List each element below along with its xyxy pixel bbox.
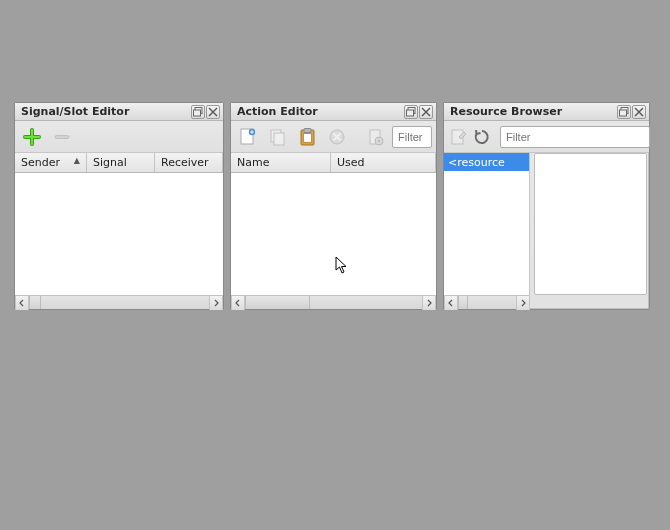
column-name[interactable]: Name <box>231 153 331 172</box>
resource-root-item[interactable]: <resource <box>444 153 529 171</box>
restore-window-icon[interactable] <box>191 105 205 119</box>
new-action-icon <box>238 127 258 147</box>
close-window-icon[interactable] <box>206 105 220 119</box>
column-used[interactable]: Used <box>331 153 436 172</box>
copy-button[interactable] <box>265 124 291 150</box>
svg-rect-8 <box>274 133 284 145</box>
action-editor-hscrollbar[interactable] <box>231 295 436 309</box>
close-window-icon[interactable] <box>632 105 646 119</box>
svg-rect-11 <box>303 133 311 142</box>
signal-slot-editor-panel: Signal/Slot Editor Sender ▲ Signal <box>14 102 224 310</box>
action-filter-input[interactable] <box>392 126 432 148</box>
resource-browser-toolbar <box>444 121 649 153</box>
scroll-track[interactable] <box>468 296 516 309</box>
column-sender[interactable]: Sender ▲ <box>15 153 87 172</box>
svg-rect-4 <box>407 110 414 116</box>
paste-icon <box>298 127 318 147</box>
resource-browser-panel: Resource Browser <resource <box>443 102 650 310</box>
resource-preview <box>534 153 647 295</box>
remove-button[interactable] <box>49 124 75 150</box>
svg-rect-17 <box>620 110 627 116</box>
delete-button[interactable] <box>324 124 350 150</box>
configure-icon <box>365 127 385 147</box>
scroll-thumb[interactable] <box>29 296 41 309</box>
close-window-icon[interactable] <box>419 105 433 119</box>
delete-circle-icon <box>327 127 347 147</box>
column-receiver[interactable]: Receiver <box>155 153 223 172</box>
action-editor-columns: Name Used <box>231 153 436 173</box>
signal-slot-editor-titlebar[interactable]: Signal/Slot Editor <box>15 103 223 121</box>
scroll-left-icon[interactable] <box>231 296 245 310</box>
add-button[interactable] <box>19 124 45 150</box>
plus-icon <box>23 128 41 146</box>
scroll-track[interactable] <box>41 296 209 309</box>
signal-slot-hscrollbar[interactable] <box>15 295 223 309</box>
scroll-thumb[interactable] <box>458 296 468 309</box>
reload-icon <box>472 127 492 147</box>
edit-resources-icon <box>448 127 468 147</box>
restore-window-icon[interactable] <box>404 105 418 119</box>
scroll-right-icon[interactable] <box>422 296 436 310</box>
action-editor-panel: Action Editor <box>230 102 437 310</box>
svg-rect-2 <box>55 135 69 138</box>
action-editor-title: Action Editor <box>237 105 403 118</box>
edit-resources-button[interactable] <box>448 124 468 150</box>
reload-button[interactable] <box>472 124 492 150</box>
scroll-right-icon[interactable] <box>516 296 530 310</box>
resource-tree-hscrollbar[interactable] <box>444 295 530 309</box>
scroll-left-icon[interactable] <box>444 296 458 310</box>
paste-button[interactable] <box>295 124 321 150</box>
svg-point-15 <box>378 139 380 141</box>
column-signal[interactable]: Signal <box>87 153 155 172</box>
scroll-right-icon[interactable] <box>209 296 223 310</box>
new-action-button[interactable] <box>235 124 261 150</box>
signal-slot-columns: Sender ▲ Signal Receiver <box>15 153 223 173</box>
configure-button[interactable] <box>362 124 388 150</box>
scroll-thumb[interactable] <box>245 296 310 309</box>
minus-icon <box>53 128 71 146</box>
signal-slot-editor-toolbar <box>15 121 223 153</box>
scroll-left-icon[interactable] <box>15 296 29 310</box>
resource-filter-input[interactable] <box>500 126 650 148</box>
svg-rect-1 <box>194 110 201 116</box>
svg-rect-10 <box>304 128 311 132</box>
signal-slot-editor-title: Signal/Slot Editor <box>21 105 190 118</box>
resource-tree[interactable]: <resource <box>444 153 530 295</box>
copy-icon <box>268 127 288 147</box>
scroll-track[interactable] <box>310 296 422 309</box>
sort-asc-icon: ▲ <box>74 156 80 165</box>
action-editor-table-body[interactable] <box>231 173 436 295</box>
action-editor-toolbar <box>231 121 436 153</box>
action-editor-titlebar[interactable]: Action Editor <box>231 103 436 121</box>
restore-window-icon[interactable] <box>617 105 631 119</box>
resource-browser-title: Resource Browser <box>450 105 616 118</box>
signal-slot-table-body[interactable] <box>15 173 223 295</box>
resource-browser-titlebar[interactable]: Resource Browser <box>444 103 649 121</box>
